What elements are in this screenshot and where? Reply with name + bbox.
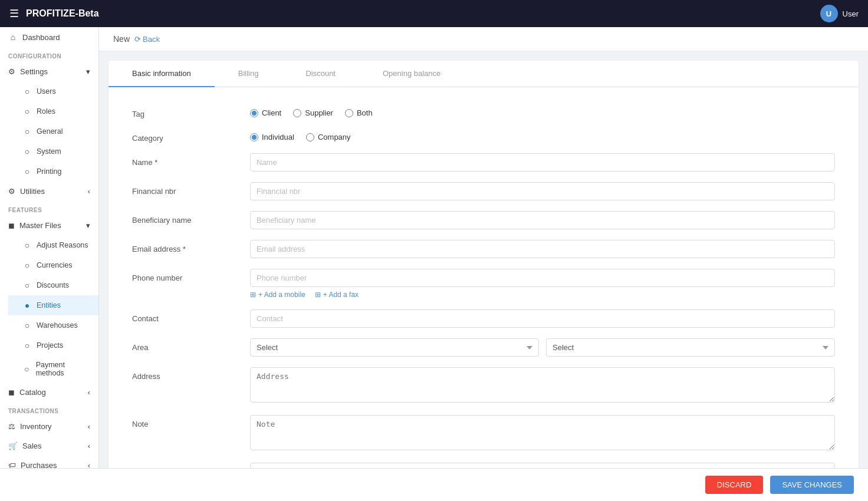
add-mobile-link[interactable]: ⊞ + Add a mobile [250, 291, 305, 299]
tag-radio-client[interactable] [250, 109, 258, 117]
payment-methods-icon: ○ [22, 364, 31, 374]
config-section-label: CONFIGURATION [0, 47, 98, 62]
sidebar-item-adjust-reasons[interactable]: ○ Adjust Reasons [8, 235, 98, 255]
general-icon: ○ [22, 127, 32, 136]
contact-input[interactable] [250, 309, 835, 328]
beneficiary-name-label: Beneficiary name [132, 211, 238, 225]
financial-nbr-wrap [250, 182, 835, 200]
phone-wrap: ⊞ + Add a mobile ⊞ + Add a fax [250, 269, 835, 299]
sidebar-item-inventory[interactable]: ⚖ Inventory ‹ [0, 417, 98, 436]
tab-billing[interactable]: Billing [215, 61, 282, 87]
category-option-company[interactable]: Company [306, 133, 351, 141]
save-button[interactable]: SAVE CHANGES [770, 476, 854, 494]
note-wrap [250, 415, 835, 452]
area-wrap: Select Select [250, 338, 835, 357]
phone-label: Phone number [132, 269, 238, 282]
tag-row: Tag Client Supplier [132, 105, 835, 118]
user-menu[interactable]: U User [820, 5, 859, 22]
tag-option-supplier[interactable]: Supplier [293, 108, 333, 117]
category-radio-individual[interactable] [250, 133, 258, 141]
category-radio-group: Individual Company [250, 129, 835, 141]
email-row: Email address * [132, 240, 835, 258]
sidebar-item-discounts[interactable]: ○ Discounts [8, 275, 98, 295]
menu-icon[interactable]: ☰ [9, 7, 19, 20]
phone-input[interactable] [250, 269, 835, 287]
sidebar-item-roles[interactable]: ○ Roles [8, 101, 98, 121]
add-mobile-icon: ⊞ [250, 291, 256, 299]
purchases-arrow-icon: ‹ [88, 461, 90, 468]
area-select-1[interactable]: Select [250, 338, 539, 357]
sidebar-item-printing[interactable]: ○ Printing [8, 161, 98, 182]
tag-radio-group: Client Supplier Both [250, 105, 835, 117]
add-fax-link[interactable]: ⊞ + Add a fax [315, 291, 359, 299]
sidebar-item-general[interactable]: ○ General [8, 121, 98, 141]
tab-basic-information[interactable]: Basic information [108, 61, 215, 87]
bottom-bar: DISCARD SAVE CHANGES [0, 468, 868, 501]
sidebar-item-payment-methods[interactable]: ○ Payment methods [8, 355, 98, 383]
settings-arrow-icon: ▾ [86, 67, 90, 76]
catalog-icon: ◼ [8, 388, 15, 397]
name-input[interactable] [250, 153, 835, 172]
sidebar-item-projects[interactable]: ○ Projects [8, 335, 98, 355]
purchases-icon: 🏷 [8, 461, 16, 468]
sidebar-item-entities[interactable]: ● Entities [8, 295, 98, 315]
tag-option-both[interactable]: Both [345, 108, 373, 117]
contact-wrap [250, 309, 835, 328]
tab-discount[interactable]: Discount [282, 61, 359, 87]
discounts-icon: ○ [22, 281, 32, 290]
warehouses-icon: ○ [22, 321, 32, 330]
area-selects: Select Select [250, 338, 835, 357]
tag-radio-both[interactable] [345, 109, 353, 117]
category-option-individual[interactable]: Individual [250, 133, 294, 141]
account-input[interactable] [250, 463, 835, 468]
tag-radio-supplier[interactable] [293, 109, 301, 117]
catalog-arrow-icon: ‹ [88, 388, 90, 397]
form-body: Tag Client Supplier [108, 87, 859, 468]
breadcrumb-new: New [113, 34, 130, 44]
sales-icon: 🛒 [8, 441, 18, 450]
sidebar-item-master-files[interactable]: ◼ Master Files ▾ [0, 216, 98, 235]
address-textarea[interactable] [250, 367, 835, 403]
inventory-icon: ⚖ [8, 422, 15, 431]
entities-icon: ● [22, 301, 32, 310]
master-files-icon: ◼ [8, 221, 15, 230]
printing-icon: ○ [22, 167, 32, 176]
currencies-icon: ○ [22, 261, 32, 270]
sidebar-item-catalog[interactable]: ◼ Catalog ‹ [0, 383, 98, 402]
sidebar-item-currencies[interactable]: ○ Currencies [8, 255, 98, 275]
user-label: User [843, 9, 859, 18]
financial-nbr-input[interactable] [250, 182, 835, 200]
dashboard-icon: ⌂ [8, 32, 18, 42]
discard-button[interactable]: DISCARD [705, 476, 764, 494]
breadcrumb-back[interactable]: ⟳ Back [134, 35, 160, 44]
tab-opening-balance[interactable]: Opening balance [359, 61, 464, 87]
sidebar-item-utilities[interactable]: ⚙ Utilities ‹ [0, 182, 98, 201]
address-label: Address [132, 367, 238, 381]
add-fax-icon: ⊞ [315, 291, 321, 299]
master-files-arrow-icon: ▾ [86, 221, 90, 230]
roles-icon: ○ [22, 107, 32, 116]
note-textarea[interactable] [250, 415, 835, 450]
email-input[interactable] [250, 240, 835, 258]
sidebar-item-settings[interactable]: ⚙ Settings ▾ [0, 62, 98, 81]
sidebar-item-sales[interactable]: 🛒 Sales ‹ [0, 436, 98, 456]
tag-option-client[interactable]: Client [250, 108, 281, 117]
beneficiary-name-wrap [250, 211, 835, 229]
beneficiary-name-row: Beneficiary name [132, 211, 835, 229]
system-icon: ○ [22, 147, 32, 156]
tag-options: Client Supplier Both [250, 105, 835, 117]
form-tabs: Basic information Billing Discount Openi… [108, 61, 859, 87]
sidebar-item-purchases[interactable]: 🏷 Purchases ‹ [0, 456, 98, 468]
area-select-2[interactable]: Select [546, 338, 835, 357]
address-wrap [250, 367, 835, 404]
category-radio-company[interactable] [306, 133, 314, 141]
avatar: U [820, 5, 838, 22]
sidebar-item-system[interactable]: ○ System [8, 141, 98, 161]
sidebar-item-dashboard[interactable]: ⌂ Dashboard [0, 27, 98, 47]
app-title: PROFITIZE-Beta [26, 8, 813, 19]
sidebar-item-users[interactable]: ○ Users [8, 81, 98, 101]
contact-label: Contact [132, 309, 238, 323]
account-label: Client Account number [132, 463, 238, 468]
beneficiary-name-input[interactable] [250, 211, 835, 229]
sidebar-item-warehouses[interactable]: ○ Warehouses [8, 315, 98, 335]
